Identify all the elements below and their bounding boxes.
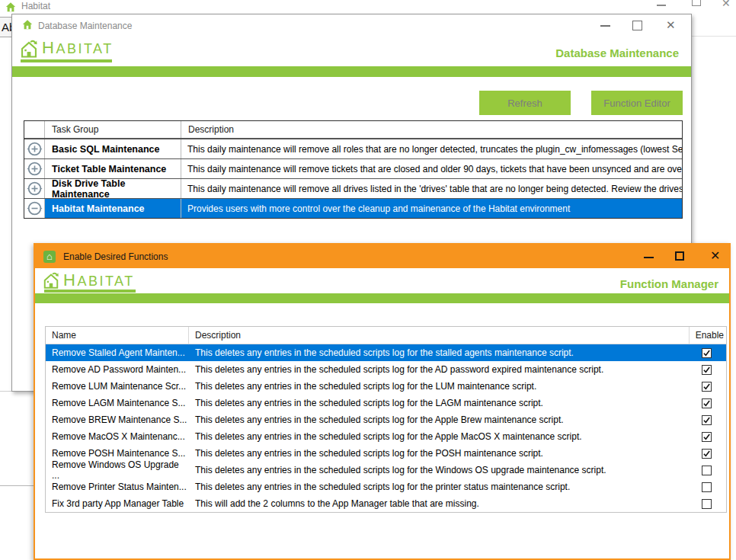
function-manager-window: ⌂ Enable Desired Functions ✕ HABITAT Fun… xyxy=(34,243,731,560)
expand-icon[interactable] xyxy=(24,179,45,198)
habitat-home-icon xyxy=(22,19,33,33)
function-editor-button[interactable]: Function Editor xyxy=(591,91,683,115)
enable-cell xyxy=(690,361,726,378)
main-window-title: Habitat xyxy=(21,1,50,11)
function-description[interactable]: This deletes any entries in the schedule… xyxy=(189,478,690,495)
expander-column-header xyxy=(24,121,45,138)
table-header-row: Name Description Enable xyxy=(46,327,726,344)
enable-column-header: Enable xyxy=(690,327,726,344)
function-description[interactable]: This deletes any entries in the schedule… xyxy=(189,428,690,445)
function-row[interactable]: Remove BREW Maintenance S...This deletes… xyxy=(46,411,726,428)
enable-cell xyxy=(690,344,726,361)
function-description[interactable]: This will add the 2 columns to the App M… xyxy=(189,495,690,512)
function-description[interactable]: This deletes any entries in the schedule… xyxy=(189,378,690,395)
function-name[interactable]: Remove LAGM Maintenance S... xyxy=(46,395,189,411)
function-description[interactable]: This deletes any entries in the schedule… xyxy=(189,395,690,411)
enable-checkbox[interactable] xyxy=(702,365,712,375)
minimize-icon[interactable] xyxy=(600,25,610,27)
page-title: Database Maintenance xyxy=(555,46,679,59)
enable-cell xyxy=(690,411,726,428)
enable-checkbox[interactable] xyxy=(702,432,712,442)
enable-checkbox[interactable] xyxy=(702,449,712,459)
task-group-row[interactable]: Basic SQL MaintenanceThis daily maintena… xyxy=(24,139,682,158)
expand-icon[interactable] xyxy=(24,159,45,178)
table-header-row: Task Group Description xyxy=(24,121,682,139)
description-column-header: Description xyxy=(189,327,690,344)
function-table: Name Description Enable Remove Stalled A… xyxy=(45,326,727,513)
description-column-header: Description xyxy=(181,121,682,138)
function-name[interactable]: Remove Windows OS Upgrade ... xyxy=(46,462,189,478)
enable-cell xyxy=(690,395,726,411)
task-group-description[interactable]: This daily maintenance will remove all r… xyxy=(181,139,682,158)
close-icon[interactable]: ✕ xyxy=(710,248,720,263)
habitat-logotype: HABITAT xyxy=(42,39,114,58)
collapse-icon[interactable] xyxy=(24,199,45,218)
enable-checkbox[interactable] xyxy=(702,382,712,392)
maximize-icon[interactable] xyxy=(675,251,684,261)
enable-cell xyxy=(690,478,726,495)
enable-cell xyxy=(690,462,726,478)
enable-checkbox[interactable] xyxy=(702,398,712,408)
function-row[interactable]: Remove AD Password Mainten...This delete… xyxy=(46,361,726,378)
maximize-icon[interactable] xyxy=(692,0,701,6)
close-icon[interactable]: ✕ xyxy=(666,18,676,32)
window-title: Enable Desired Functions xyxy=(63,251,168,262)
task-group-description[interactable]: This daily maintenance will remove ticke… xyxy=(181,159,682,178)
enable-checkbox[interactable] xyxy=(702,466,712,475)
function-description[interactable]: This deletes any entries in the schedule… xyxy=(189,445,690,462)
function-description[interactable]: This deletes any entries in the schedule… xyxy=(189,344,690,361)
green-accent-bar xyxy=(35,293,729,303)
close-icon[interactable]: ✕ xyxy=(722,0,731,9)
desktop: Habitat ✕ Ab Database Maintenance ✕ HABI… xyxy=(0,0,736,560)
minimize-icon[interactable] xyxy=(644,257,654,258)
enable-checkbox[interactable] xyxy=(702,499,712,509)
habitat-house-icon xyxy=(19,39,39,59)
function-name[interactable]: Remove AD Password Mainten... xyxy=(46,361,189,378)
enable-checkbox[interactable] xyxy=(702,482,712,492)
window-title: Database Maintenance xyxy=(38,21,132,31)
function-name[interactable]: Remove Printer Status Mainten... xyxy=(46,478,189,495)
function-row[interactable]: Fix 3rd party App Manager TableThis will… xyxy=(46,495,726,512)
task-group-name[interactable]: Basic SQL Maintenance xyxy=(45,139,181,158)
task-group-name[interactable]: Ticket Table Maintenance xyxy=(45,159,181,178)
task-group-description[interactable]: Provides users with more control over th… xyxy=(181,199,682,218)
task-group-row[interactable]: Habitat MaintenanceProvides users with m… xyxy=(24,198,682,218)
function-description[interactable]: This deletes any entries in the schedule… xyxy=(189,462,690,478)
function-description[interactable]: This deletes any entries in the schedule… xyxy=(189,411,690,428)
logo-underline xyxy=(44,290,136,293)
refresh-button[interactable]: Refresh xyxy=(479,91,571,115)
function-row[interactable]: Remove Stalled Agent Mainten...This dele… xyxy=(46,344,726,361)
habitat-logo: HABITAT xyxy=(42,271,135,290)
function-name[interactable]: Remove Stalled Agent Mainten... xyxy=(46,344,189,361)
habitat-home-icon: ⌂ xyxy=(43,251,56,263)
function-name[interactable]: Fix 3rd party App Manager Table xyxy=(46,495,189,512)
divider xyxy=(690,36,736,37)
divider xyxy=(0,391,12,392)
task-group-name[interactable]: Habitat Maintenance xyxy=(45,199,181,218)
function-row[interactable]: Remove LAGM Maintenance S...This deletes… xyxy=(46,395,726,411)
function-row[interactable]: Remove MacOS X Maintenanc...This deletes… xyxy=(46,428,726,445)
task-group-description[interactable]: This daily maintenance will remove all d… xyxy=(181,179,682,198)
enable-checkbox[interactable] xyxy=(702,348,712,358)
minimize-icon[interactable] xyxy=(657,5,666,6)
maximize-icon[interactable] xyxy=(632,21,642,30)
divider xyxy=(0,485,34,486)
function-row[interactable]: Remove LUM Maintenance Scr...This delete… xyxy=(46,378,726,395)
expand-icon[interactable] xyxy=(24,139,45,158)
task-group-column-header: Task Group xyxy=(45,121,181,138)
function-name[interactable]: Remove MacOS X Maintenanc... xyxy=(46,428,189,445)
function-name[interactable]: Remove BREW Maintenance S... xyxy=(46,411,189,428)
green-accent-bar xyxy=(12,66,691,77)
name-column-header: Name xyxy=(46,327,189,344)
enable-checkbox[interactable] xyxy=(702,415,712,425)
enable-cell xyxy=(690,495,726,512)
function-name[interactable]: Remove LUM Maintenance Scr... xyxy=(46,378,189,395)
function-row[interactable]: Remove Windows OS Upgrade ...This delete… xyxy=(46,462,726,478)
task-group-row[interactable]: Ticket Table MaintenanceThis daily maint… xyxy=(24,158,682,178)
function-description[interactable]: This deletes any entries in the schedule… xyxy=(189,361,690,378)
habitat-logotype: HABITAT xyxy=(63,271,135,290)
task-group-row[interactable]: Disk Drive Table MaintenanceThis daily m… xyxy=(24,178,682,198)
task-group-table: Task Group Description Basic SQL Mainten… xyxy=(24,120,683,219)
function-row[interactable]: Remove Printer Status Mainten...This del… xyxy=(46,478,726,495)
task-group-name[interactable]: Disk Drive Table Maintenance xyxy=(45,179,181,198)
